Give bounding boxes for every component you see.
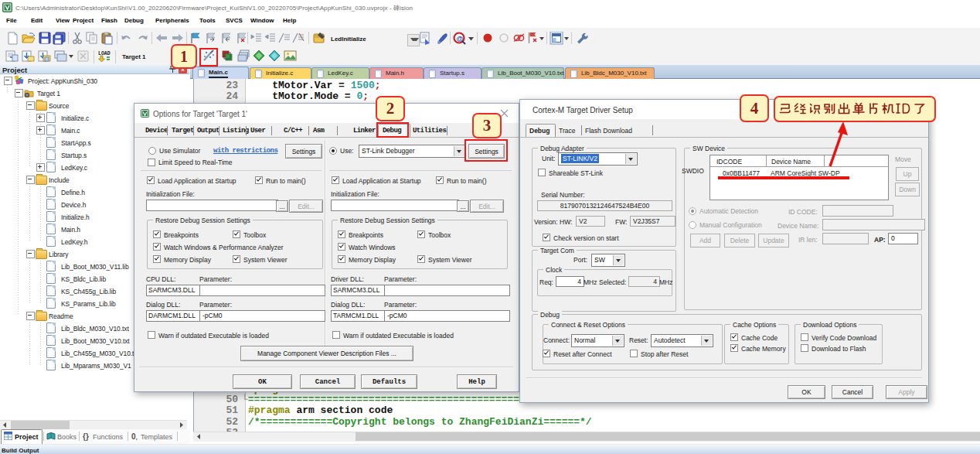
svg-text:LOAD: LOAD <box>98 51 111 56</box>
